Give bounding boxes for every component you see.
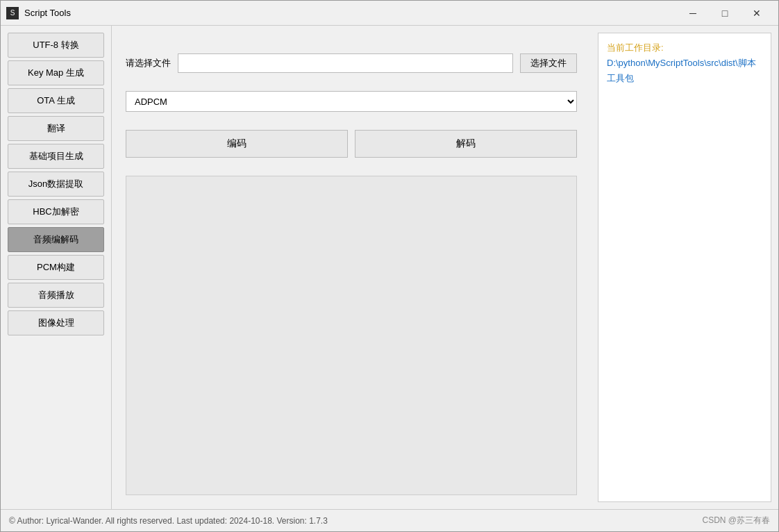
app-icon: S [6, 7, 19, 19]
sidebar-btn-audioplayer[interactable]: 音频播放 [8, 283, 104, 308]
center-panel: 请选择文件 选择文件 ADPCMPCMMP3AAC 编码 解码 [112, 26, 591, 509]
sidebar-btn-hbcencode[interactable]: HBC加解密 [8, 199, 104, 224]
sidebar: UTF-8 转换Key Map 生成OTA 生成翻译基础项目生成Json数据提取… [1, 26, 112, 509]
sidebar-btn-translate[interactable]: 翻译 [8, 116, 104, 141]
window-title: Script Tools [24, 8, 677, 18]
sidebar-btn-pcmbuild[interactable]: PCM构建 [8, 255, 104, 280]
maximize-button[interactable]: □ [709, 1, 741, 26]
sidebar-btn-imageprocess[interactable]: 图像处理 [8, 310, 104, 335]
decode-button[interactable]: 解码 [355, 130, 577, 158]
output-area [126, 176, 577, 495]
footer-copyright: © Author: Lyrical-Wander. All rights res… [9, 516, 328, 526]
footer-watermark: CSDN @苏三有春 [702, 515, 770, 526]
file-row: 请选择文件 选择文件 [126, 53, 577, 73]
sidebar-btn-keymap[interactable]: Key Map 生成 [8, 60, 104, 85]
action-row: 编码 解码 [126, 130, 577, 158]
sidebar-btn-audiocodec[interactable]: 音频编解码 [8, 227, 104, 252]
sidebar-btn-utf8[interactable]: UTF-8 转换 [8, 33, 104, 58]
sidebar-btn-ota[interactable]: OTA 生成 [8, 88, 104, 113]
right-panel: 当前工作目录: D:\python\MyScriptTools\src\dist… [591, 26, 778, 509]
file-input[interactable] [178, 53, 513, 73]
file-label: 请选择文件 [126, 57, 171, 69]
select-file-button[interactable]: 选择文件 [520, 53, 577, 73]
sidebar-btn-basicproject[interactable]: 基础项目生成 [8, 144, 104, 169]
info-value: D:\python\MyScriptTools\src\dist\脚本工具包 [607, 58, 756, 83]
sidebar-btn-jsonextract[interactable]: Json数据提取 [8, 172, 104, 197]
codec-dropdown[interactable]: ADPCMPCMMP3AAC [126, 91, 577, 112]
minimize-button[interactable]: ─ [677, 1, 709, 26]
footer: © Author: Lyrical-Wander. All rights res… [1, 509, 778, 531]
encode-button[interactable]: 编码 [126, 130, 348, 158]
title-bar: S Script Tools ─ □ ✕ [1, 1, 778, 26]
info-label: 当前工作目录: [607, 42, 664, 53]
dropdown-row: ADPCMPCMMP3AAC [126, 91, 577, 112]
close-button[interactable]: ✕ [741, 1, 773, 26]
info-box: 当前工作目录: D:\python\MyScriptTools\src\dist… [598, 33, 771, 502]
main-content: UTF-8 转换Key Map 生成OTA 生成翻译基础项目生成Json数据提取… [1, 26, 778, 509]
window-controls: ─ □ ✕ [677, 1, 773, 26]
main-window: S Script Tools ─ □ ✕ UTF-8 转换Key Map 生成O… [0, 0, 779, 532]
